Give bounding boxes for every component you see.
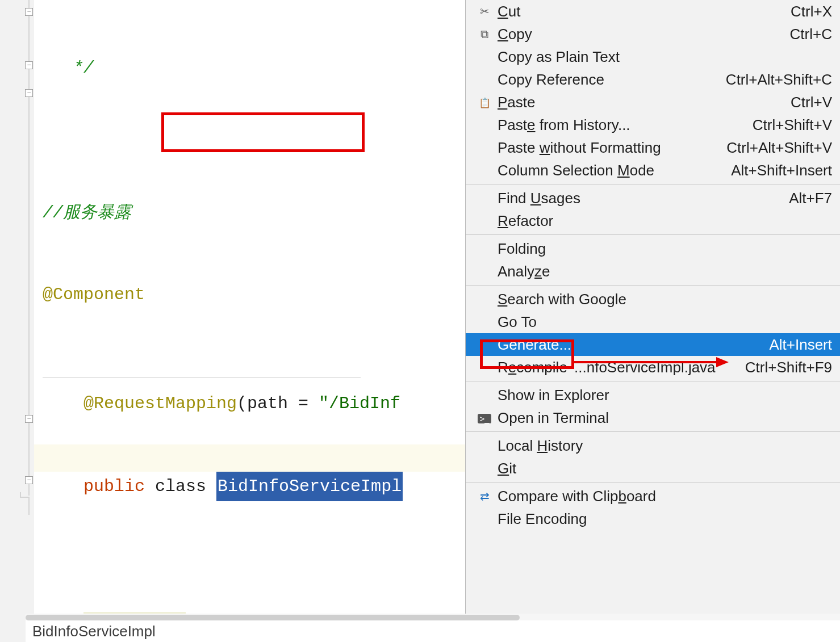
menu-file-encoding[interactable]: File Encoding <box>466 507 840 530</box>
menu-separator <box>466 482 840 482</box>
compare-icon <box>474 489 495 503</box>
fold-toggle[interactable]: − <box>25 8 33 16</box>
code-text: */ <box>43 58 94 78</box>
copy-icon <box>474 28 495 41</box>
arrow-head-icon <box>716 357 729 367</box>
menu-paste[interactable]: PasteCtrl+V <box>466 91 840 114</box>
selected-class-name[interactable]: BidInfoServiceImpl <box>216 472 403 501</box>
horizontal-scrollbar[interactable] <box>26 614 840 620</box>
menu-copy[interactable]: CopyCtrl+C <box>466 23 840 45</box>
fold-toggle[interactable]: − <box>25 476 33 484</box>
breadcrumb[interactable]: BidInfoServiceImpl <box>26 620 840 642</box>
menu-compare-clipboard[interactable]: Compare with Clipboard <box>466 485 840 507</box>
menu-column-selection[interactable]: Column Selection ModeAlt+Shift+Insert <box>466 159 840 182</box>
menu-copy-reference[interactable]: Copy ReferenceCtrl+Alt+Shift+C <box>466 68 840 91</box>
menu-separator <box>466 431 840 432</box>
menu-open-terminal[interactable]: Open in Terminal <box>466 406 840 429</box>
context-menu: CutCtrl+X CopyCtrl+C Copy as Plain Text … <box>465 0 840 642</box>
menu-goto[interactable]: Go To <box>466 310 840 333</box>
menu-cut[interactable]: CutCtrl+X <box>466 0 840 23</box>
menu-folding[interactable]: Folding <box>466 237 840 260</box>
code-comment: //服务暴露 <box>43 203 131 223</box>
menu-git[interactable]: Git <box>466 457 840 480</box>
menu-separator <box>466 381 840 381</box>
menu-local-history[interactable]: Local History <box>466 434 840 457</box>
scrollbar-thumb[interactable] <box>26 615 520 620</box>
menu-copy-plain[interactable]: Copy as Plain Text <box>466 45 840 68</box>
menu-separator <box>466 234 840 235</box>
menu-find-usages[interactable]: Find UsagesAlt+F7 <box>466 187 840 209</box>
menu-search-google[interactable]: Search with Google <box>466 288 840 310</box>
region-separator <box>43 377 361 378</box>
menu-paste-nofmt[interactable]: Paste without FormattingCtrl+Alt+Shift+V <box>466 136 840 159</box>
annotation-component: @Component <box>43 285 145 304</box>
arrow-icon <box>574 361 716 363</box>
menu-paste-history[interactable]: Paste from History...Ctrl+Shift+V <box>466 114 840 136</box>
highlight-frame-generate <box>480 339 574 369</box>
fold-toggle[interactable]: − <box>25 89 33 97</box>
editor-gutter: − − − − − <box>0 0 34 642</box>
menu-separator <box>466 285 840 286</box>
menu-refactor[interactable]: Refactor <box>466 209 840 232</box>
menu-separator <box>466 184 840 184</box>
cut-icon <box>474 5 495 18</box>
fold-toggle[interactable]: − <box>25 415 33 423</box>
menu-show-explorer[interactable]: Show in Explorer <box>466 384 840 406</box>
fold-toggle[interactable]: − <box>25 61 33 69</box>
paste-icon <box>474 96 495 109</box>
terminal-icon <box>474 412 495 425</box>
menu-analyze[interactable]: Analyze <box>466 260 840 283</box>
annotation-requestmapping: @RequestMapping <box>83 394 237 413</box>
highlight-frame <box>161 112 365 152</box>
